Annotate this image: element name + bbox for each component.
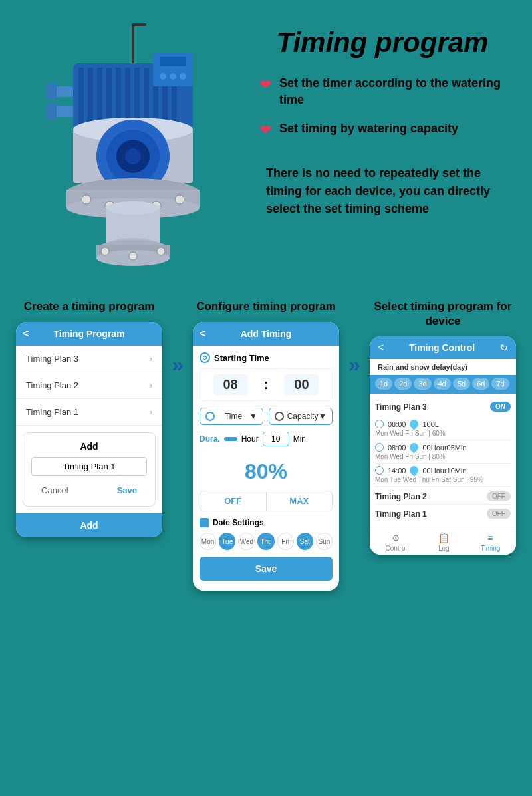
- day-mon[interactable]: Mon: [200, 533, 216, 550]
- phone3-column: Select timing program for device < Timin…: [367, 299, 519, 555]
- svg-point-18: [180, 73, 186, 80]
- ph2-percentage: 80%: [200, 453, 332, 491]
- day-tab-2d[interactable]: 2d: [394, 378, 412, 390]
- svg-rect-10: [144, 68, 149, 125]
- ph3-plan2-name: Timing Plan 2: [375, 492, 427, 501]
- calendar-icon: [200, 518, 209, 527]
- ph3-footer-log[interactable]: 📋 Log: [438, 533, 450, 552]
- svg-point-16: [160, 73, 166, 80]
- ph3-refresh-icon[interactable]: ↻: [500, 342, 508, 353]
- ph2-save-button[interactable]: Save: [200, 557, 332, 581]
- ph1-dialog-title: Add: [31, 441, 147, 452]
- svg-rect-0: [132, 23, 134, 63]
- svg-point-45: [129, 252, 137, 260]
- ph3-plan3-toggle[interactable]: ON: [490, 402, 511, 412]
- ph3-time-icon-1: [375, 420, 384, 428]
- ph3-rain-delay: Rain and snow delay(day): [370, 359, 516, 375]
- ph3-plan3-header: Timing Plan 3 ON: [375, 399, 511, 414]
- day-tab-5d[interactable]: 5d: [453, 378, 470, 390]
- ph3-sched3-amount: 00Hour10Min: [422, 467, 466, 475]
- svg-rect-1: [133, 23, 146, 26]
- svg-point-37: [175, 195, 184, 204]
- ph2-dropdowns: Time ▼ Capacity ▼: [200, 408, 332, 425]
- ph1-list: Timing Plan 3 › Timing Plan 2 › Timing P…: [16, 346, 162, 426]
- heart-icon-2: ❤: [259, 122, 271, 139]
- ph1-header: < Timing Program: [16, 322, 162, 346]
- day-thu[interactable]: Thu: [257, 533, 274, 550]
- bullet-item-2: ❤ Set timing by watering capacity: [259, 120, 505, 139]
- ph2-starting-time-label: ⏱ Starting Time: [200, 352, 332, 363]
- ph3-day-tabs: 1d 2d 3d 4d 5d 6d 7d: [370, 375, 516, 394]
- svg-rect-6: [106, 68, 112, 125]
- day-fri[interactable]: Fri: [277, 533, 294, 550]
- day-tab-6d[interactable]: 6d: [472, 378, 489, 390]
- ph2-off-max-row: OFF MAX: [200, 491, 332, 511]
- ph2-time-display: 08 : 00: [200, 368, 332, 401]
- ph2-max-button[interactable]: MAX: [267, 491, 332, 511]
- ph3-footer: ⚙ Control 📋 Log ≡ Timing: [370, 527, 516, 555]
- svg-point-33: [82, 195, 91, 204]
- arrow-icon: ›: [150, 354, 152, 364]
- arrow-icon: ›: [150, 408, 152, 417]
- ph1-add-dialog: Add Cancel Save: [23, 432, 156, 507]
- phone3-frame: < Timing Control ↻ Rain and snow delay(d…: [370, 336, 516, 555]
- heart-icon-1: ❤: [259, 76, 271, 94]
- ph2-time-dropdown[interactable]: Time ▼: [200, 408, 263, 425]
- ph1-save-button[interactable]: Save: [107, 483, 147, 498]
- svg-rect-15: [160, 57, 186, 66]
- ph3-footer-timing[interactable]: ≡ Timing: [481, 533, 501, 552]
- ph2-minute[interactable]: 00: [285, 374, 318, 395]
- ph2-min-input[interactable]: [263, 432, 289, 446]
- ph2-title: Add Timing: [241, 329, 292, 339]
- day-wed[interactable]: Wed: [238, 533, 255, 550]
- svg-rect-8: [125, 68, 130, 125]
- phone2-label: Configure timing program: [196, 299, 336, 314]
- svg-rect-7: [116, 68, 121, 125]
- day-tab-1d[interactable]: 1d: [375, 378, 392, 390]
- ph2-off-button[interactable]: OFF: [200, 491, 267, 511]
- ph2-time-separator: :: [264, 377, 269, 392]
- day-tab-3d[interactable]: 3d: [414, 378, 431, 390]
- ph3-water-icon-1: [408, 418, 420, 430]
- svg-point-44: [101, 247, 109, 255]
- ph3-plan1-toggle[interactable]: OFF: [487, 509, 511, 519]
- day-tab-4d[interactable]: 4d: [434, 378, 451, 390]
- arrow-connector-1: »: [172, 299, 184, 377]
- ph2-date-title: Date Settings: [200, 518, 332, 527]
- day-tue[interactable]: Tue: [219, 533, 235, 550]
- phones-row: Create a timing program < Timing Program…: [13, 299, 519, 591]
- svg-rect-9: [134, 68, 140, 125]
- ph2-hour[interactable]: 08: [213, 374, 247, 395]
- ph3-plan2-toggle[interactable]: OFF: [487, 491, 511, 501]
- day-sun[interactable]: Sun: [316, 533, 332, 550]
- ph3-plan1-header: Timing Plan 1 OFF: [375, 504, 511, 521]
- ph2-duration-row: Dura. Hour Min: [200, 432, 332, 446]
- ph2-capacity-dropdown[interactable]: Capacity ▼: [269, 408, 332, 425]
- ph3-sched2-days: Mon Wed Fri Sun | 80%: [375, 453, 511, 460]
- ph3-header: < Timing Control ↻: [370, 336, 516, 359]
- list-item[interactable]: Timing Plan 2 ›: [16, 372, 162, 399]
- clock-icon: ⏱: [200, 352, 210, 363]
- control-icon: ⚙: [392, 533, 400, 543]
- list-item[interactable]: Timing Plan 3 ›: [16, 346, 162, 372]
- ph1-cancel-button[interactable]: Cancel: [31, 483, 78, 498]
- arrow-icon: ›: [150, 381, 152, 390]
- day-tab-7d[interactable]: 7d: [491, 378, 509, 390]
- ph2-time-icon: [205, 412, 215, 421]
- ph3-back-btn[interactable]: <: [378, 342, 384, 354]
- svg-point-46: [157, 247, 165, 255]
- ph3-sched1-days: Mon Wed Fri Sun | 60%: [375, 430, 511, 437]
- ph1-back-btn[interactable]: <: [23, 328, 29, 340]
- list-item[interactable]: Timing Plan 1 ›: [16, 399, 162, 426]
- ph1-add-button[interactable]: Add: [16, 513, 162, 537]
- ph2-back-btn[interactable]: <: [200, 328, 205, 340]
- ph3-title: Timing Control: [384, 342, 500, 353]
- ph3-schedule-3: 14:00 00Hour10Min Mon Tue Wed Thu Fri Sa…: [375, 464, 511, 487]
- ph2-days-row: Mon Tue Wed Thu Fri Sat Sun: [200, 533, 332, 550]
- ph3-footer-control[interactable]: ⚙ Control: [385, 533, 406, 552]
- top-section: Timing program ❤ Set the timer according…: [0, 0, 532, 286]
- ph1-plan-name-input[interactable]: [31, 457, 147, 476]
- day-sat[interactable]: Sat: [297, 533, 313, 550]
- chevron-down-icon-2: ▼: [319, 412, 327, 421]
- bottom-section: Create a timing program < Timing Program…: [0, 286, 532, 610]
